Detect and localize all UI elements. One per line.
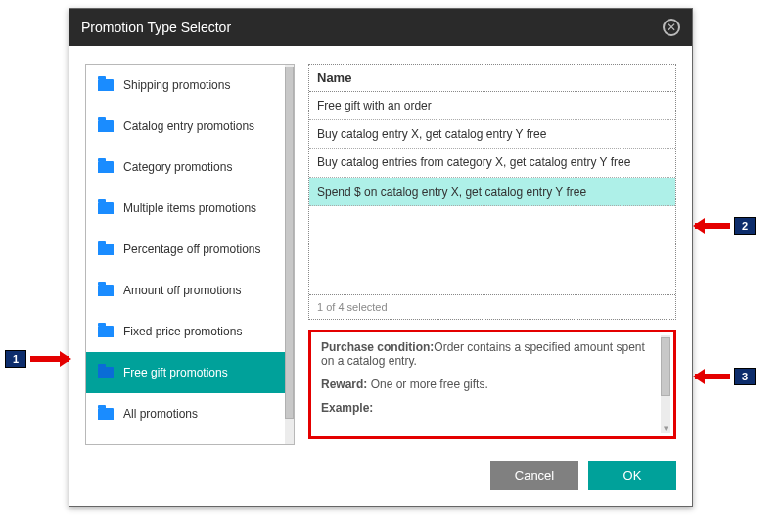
folder-icon (98, 285, 114, 296)
sidebar-item-label: Percentage off promotions (123, 243, 261, 256)
dialog-content: Shipping promotionsCatalog entry promoti… (69, 46, 692, 445)
sidebar-item-6[interactable]: Fixed price promotions (86, 311, 294, 352)
table-header-name: Name (309, 65, 675, 92)
sidebar-item-label: Catalog entry promotions (123, 119, 254, 133)
sidebar-item-label: Shipping promotions (123, 78, 230, 92)
arrow-right-icon (30, 356, 69, 362)
details-box: Purchase condition:Order contains a spec… (308, 330, 676, 439)
promotion-table: Name Free gift with an orderBuy catalog … (308, 64, 676, 320)
cancel-button[interactable]: Cancel (490, 461, 578, 490)
callout-3-num: 3 (734, 368, 756, 385)
sidebar-item-label: Free gift promotions (123, 366, 228, 379)
folder-icon (98, 244, 114, 255)
right-panel: Name Free gift with an orderBuy catalog … (308, 64, 676, 445)
arrow-left-icon (695, 374, 730, 379)
sidebar-item-label: Multiple items promotions (123, 201, 256, 215)
callout-2: 2 (695, 217, 756, 235)
callout-3: 3 (695, 368, 756, 385)
sidebar-scrollbar[interactable] (285, 65, 294, 444)
promotion-type-selector-dialog: Promotion Type Selector ✕ Shipping promo… (69, 8, 693, 507)
callout-1: 1 (5, 350, 69, 368)
purchase-condition-label: Purchase condition: (321, 340, 434, 354)
table-body: Free gift with an orderBuy catalog entry… (309, 92, 675, 294)
folder-icon (98, 161, 114, 173)
callout-2-num: 2 (734, 217, 756, 235)
folder-icon (98, 202, 114, 214)
folder-icon (98, 408, 114, 420)
sidebar-item-label: Fixed price promotions (123, 325, 242, 338)
category-sidebar: Shipping promotionsCatalog entry promoti… (85, 64, 295, 445)
sidebar-item-2[interactable]: Category promotions (86, 147, 294, 188)
folder-icon (98, 367, 114, 378)
sidebar-item-1[interactable]: Catalog entry promotions (86, 106, 294, 147)
table-row[interactable]: Spend $ on catalog entry X, get catalog … (309, 178, 675, 206)
sidebar-item-5[interactable]: Amount off promotions (86, 270, 294, 311)
dialog-title: Promotion Type Selector (81, 20, 231, 35)
details-scrollbar[interactable]: ▴ ▾ (661, 335, 670, 433)
ok-button[interactable]: OK (588, 461, 676, 490)
folder-icon (98, 79, 114, 91)
selection-count: 1 of 4 selected (309, 294, 675, 319)
dialog-titlebar: Promotion Type Selector ✕ (69, 9, 692, 46)
sidebar-item-0[interactable]: Shipping promotions (86, 65, 294, 106)
sidebar-item-7[interactable]: Free gift promotions (86, 352, 294, 393)
example-label: Example: (321, 401, 373, 415)
table-row[interactable]: Buy catalog entries from category X, get… (309, 149, 675, 177)
arrow-left-icon (695, 223, 730, 229)
scroll-down-icon[interactable]: ▾ (661, 423, 670, 433)
reward-label: Reward: (321, 377, 367, 391)
purchase-condition-line: Purchase condition:Order contains a spec… (321, 340, 658, 368)
example-line: Example: (321, 401, 658, 415)
sidebar-item-4[interactable]: Percentage off promotions (86, 229, 294, 270)
dialog-buttons: Cancel OK (69, 445, 692, 490)
sidebar-item-label: Category promotions (123, 160, 232, 174)
sidebar-item-label: Amount off promotions (123, 284, 242, 297)
folder-icon (98, 326, 114, 337)
reward-text: One or more free gifts. (367, 377, 487, 391)
sidebar-item-8[interactable]: All promotions (86, 393, 294, 434)
table-row[interactable]: Free gift with an order (309, 92, 675, 120)
sidebar-item-label: All promotions (123, 407, 198, 421)
sidebar-item-3[interactable]: Multiple items promotions (86, 188, 294, 229)
reward-line: Reward: One or more free gifts. (321, 377, 658, 391)
sidebar-scroll-thumb[interactable] (285, 66, 294, 419)
callout-1-num: 1 (5, 350, 26, 368)
details-scroll-thumb[interactable] (661, 337, 670, 396)
close-icon[interactable]: ✕ (663, 19, 680, 36)
table-row[interactable]: Buy catalog entry X, get catalog entry Y… (309, 120, 675, 149)
folder-icon (98, 120, 114, 132)
